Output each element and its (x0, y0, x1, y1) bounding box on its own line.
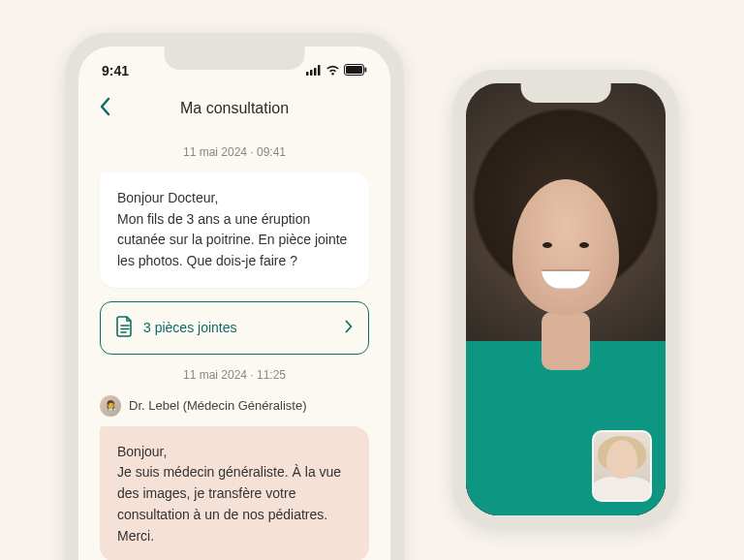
doctor-avatar: 👩‍⚕️ (100, 395, 121, 417)
phone-mockup-chat: 9:41 Ma consultation 11 mai 2024 · 09:41 (65, 33, 404, 560)
svg-rect-0 (306, 72, 309, 76)
attachments-label: 3 pièces jointes (143, 320, 237, 335)
sender-name: Dr. Lebel (Médecin Généraliste) (129, 398, 307, 413)
video-screen[interactable] (466, 83, 666, 515)
self-video-pip[interactable] (592, 430, 652, 502)
wifi-icon (326, 63, 340, 78)
doctor-message-bubble: Bonjour, Je suis médecin généraliste. À … (100, 426, 369, 560)
phone-notch (521, 83, 611, 103)
doctor-message-text: Bonjour, Je suis médecin généraliste. À … (117, 444, 341, 544)
timestamp-1: 11 mai 2024 · 09:41 (100, 145, 369, 159)
battery-icon (344, 63, 367, 78)
timestamp-2: 11 mai 2024 · 11:25 (100, 368, 369, 382)
chevron-right-icon (345, 320, 353, 336)
phone-mockup-video (452, 70, 679, 529)
app-header: Ma consultation (78, 83, 390, 132)
back-icon[interactable] (98, 97, 111, 120)
page-title: Ma consultation (180, 100, 289, 117)
user-message-bubble: Bonjour Docteur, Mon fils de 3 ans a une… (100, 172, 369, 288)
chat-body: 11 mai 2024 · 09:41 Bonjour Docteur, Mon… (78, 145, 390, 560)
svg-rect-3 (318, 65, 321, 76)
status-time: 9:41 (102, 63, 129, 78)
chat-screen: 9:41 Ma consultation 11 mai 2024 · 09:41 (78, 47, 390, 560)
document-icon (116, 316, 134, 340)
svg-rect-2 (314, 68, 317, 76)
svg-rect-5 (346, 66, 362, 74)
status-indicators (306, 63, 367, 78)
attachments-button[interactable]: 3 pièces jointes (100, 301, 369, 355)
svg-rect-1 (310, 70, 313, 76)
svg-rect-6 (365, 68, 367, 73)
sender-row: 👩‍⚕️ Dr. Lebel (Médecin Généraliste) (100, 395, 369, 417)
user-message-text: Bonjour Docteur, Mon fils de 3 ans a une… (117, 190, 347, 268)
phone-notch (165, 47, 305, 70)
signal-icon (306, 63, 322, 78)
